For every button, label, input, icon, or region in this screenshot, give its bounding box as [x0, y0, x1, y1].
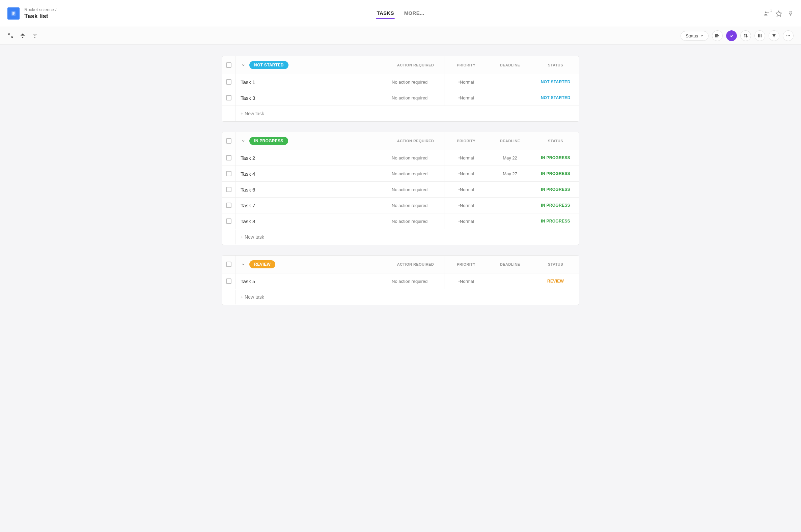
task-action-cell[interactable]: No action required	[387, 213, 444, 229]
tab-more[interactable]: MORE...	[403, 8, 425, 19]
task-checkbox[interactable]	[226, 95, 232, 100]
task-name-cell[interactable]: Task 8	[236, 213, 387, 229]
select-all-checkbox[interactable]	[226, 62, 232, 68]
layout-checklist-icon[interactable]	[726, 30, 737, 41]
task-status-cell[interactable]: REVIEW	[532, 273, 579, 289]
task-action-cell[interactable]: No action required	[387, 273, 444, 289]
task-status-cell[interactable]: IN PROGRESS	[532, 197, 579, 213]
column-header-status[interactable]: STATUS	[532, 56, 579, 74]
task-deadline-cell[interactable]	[488, 273, 532, 289]
pin-icon[interactable]	[787, 11, 794, 17]
new-task-button[interactable]: + New task	[236, 106, 579, 121]
task-priority-cell[interactable]: Normal	[444, 182, 488, 197]
task-status-cell[interactable]: NOT STARTED	[532, 74, 579, 90]
task-status-cell[interactable]: IN PROGRESS	[532, 150, 579, 166]
tab-tasks[interactable]: TASKS	[376, 8, 395, 19]
task-priority-cell[interactable]: Normal	[444, 90, 488, 106]
task-row[interactable]: Task 7 No action required Normal IN PROG…	[222, 197, 579, 213]
group-status-pill[interactable]: IN PROGRESS	[249, 137, 288, 145]
column-header-action[interactable]: ACTION REQUIRED	[387, 255, 444, 273]
task-deadline-cell[interactable]: May 22	[488, 150, 532, 166]
group-status-pill[interactable]: REVIEW	[249, 260, 275, 268]
task-status-cell[interactable]: IN PROGRESS	[532, 166, 579, 182]
task-checkbox[interactable]	[226, 218, 232, 224]
chevron-down-icon[interactable]	[240, 138, 246, 144]
star-icon[interactable]	[775, 10, 782, 17]
new-task-button[interactable]: + New task	[236, 230, 579, 244]
task-row[interactable]: Task 3 No action required Normal NOT STA…	[222, 90, 579, 106]
task-name-cell[interactable]: Task 4	[236, 166, 387, 182]
task-action-cell[interactable]: No action required	[387, 166, 444, 182]
columns-icon[interactable]	[754, 30, 765, 41]
column-header-deadline[interactable]: DEADLINE	[488, 132, 532, 150]
task-action-cell[interactable]: No action required	[387, 74, 444, 90]
column-header-action[interactable]: ACTION REQUIRED	[387, 132, 444, 150]
sort-icon[interactable]	[740, 30, 751, 41]
task-name-cell[interactable]: Task 3	[236, 90, 387, 106]
task-row[interactable]: Task 1 No action required Normal NOT STA…	[222, 74, 579, 90]
task-action-cell[interactable]: No action required	[387, 197, 444, 213]
task-deadline-cell[interactable]	[488, 182, 532, 197]
more-options-icon[interactable]	[783, 30, 794, 41]
expand-levels-icon[interactable]	[32, 33, 38, 39]
task-deadline-cell[interactable]	[488, 213, 532, 229]
task-deadline-cell[interactable]	[488, 74, 532, 90]
group-by-dropdown[interactable]: Status	[680, 31, 709, 41]
task-status-cell[interactable]: IN PROGRESS	[532, 182, 579, 197]
column-header-deadline[interactable]: DEADLINE	[488, 56, 532, 74]
task-status-cell[interactable]: IN PROGRESS	[532, 213, 579, 229]
column-header-status[interactable]: STATUS	[532, 255, 579, 273]
column-header-action[interactable]: ACTION REQUIRED	[387, 56, 444, 74]
task-checkbox[interactable]	[226, 203, 232, 208]
people-icon[interactable]: 1	[763, 10, 770, 17]
task-priority-cell[interactable]: Normal	[444, 74, 488, 90]
task-checkbox[interactable]	[226, 171, 232, 176]
task-row[interactable]: Task 4 No action required Normal May 27 …	[222, 166, 579, 182]
task-deadline-cell[interactable]: May 27	[488, 166, 532, 182]
svg-rect-17	[761, 34, 762, 37]
task-name-cell[interactable]: Task 2	[236, 150, 387, 166]
chevron-down-icon[interactable]	[240, 62, 246, 68]
task-checkbox[interactable]	[226, 79, 232, 84]
task-name-cell[interactable]: Task 5	[236, 273, 387, 289]
task-row[interactable]: Task 5 No action required Normal REVIEW	[222, 273, 579, 289]
task-name-cell[interactable]: Task 6	[236, 182, 387, 197]
task-name-cell[interactable]: Task 1	[236, 74, 387, 90]
task-checkbox[interactable]	[226, 279, 232, 284]
expand-icon[interactable]	[7, 33, 14, 39]
task-action-cell[interactable]: No action required	[387, 182, 444, 197]
select-all-checkbox[interactable]	[226, 262, 232, 267]
task-deadline-cell[interactable]	[488, 90, 532, 106]
svg-point-20	[789, 35, 790, 36]
task-action-cell[interactable]: No action required	[387, 90, 444, 106]
breadcrumb[interactable]: Rocket science /	[24, 7, 56, 12]
task-priority-cell[interactable]: Normal	[444, 273, 488, 289]
column-header-status[interactable]: STATUS	[532, 132, 579, 150]
task-checkbox[interactable]	[226, 187, 232, 192]
task-priority-cell[interactable]: Normal	[444, 166, 488, 182]
task-row[interactable]: Task 8 No action required Normal IN PROG…	[222, 213, 579, 229]
svg-point-18	[786, 35, 787, 36]
task-priority-cell[interactable]: Normal	[444, 213, 488, 229]
task-deadline-cell[interactable]	[488, 197, 532, 213]
task-priority-cell[interactable]: Normal	[444, 150, 488, 166]
task-status-cell[interactable]: NOT STARTED	[532, 90, 579, 106]
column-header-deadline[interactable]: DEADLINE	[488, 255, 532, 273]
task-checkbox[interactable]	[226, 155, 232, 160]
select-cell	[222, 197, 236, 213]
select-all-checkbox[interactable]	[226, 138, 232, 144]
task-action-cell[interactable]: No action required	[387, 150, 444, 166]
column-header-priority[interactable]: PRIORITY	[444, 56, 488, 74]
new-task-button[interactable]: + New task	[236, 290, 579, 304]
group-status-pill[interactable]: NOT STARTED	[249, 61, 289, 69]
collapse-levels-icon[interactable]	[20, 33, 26, 39]
chevron-down-icon[interactable]	[240, 262, 246, 267]
column-header-priority[interactable]: PRIORITY	[444, 132, 488, 150]
column-header-priority[interactable]: PRIORITY	[444, 255, 488, 273]
task-priority-cell[interactable]: Normal	[444, 197, 488, 213]
layout-gantt-icon[interactable]	[712, 30, 723, 41]
task-row[interactable]: Task 6 No action required Normal IN PROG…	[222, 182, 579, 197]
task-row[interactable]: Task 2 No action required Normal May 22 …	[222, 150, 579, 166]
task-name-cell[interactable]: Task 7	[236, 197, 387, 213]
filter-icon[interactable]	[769, 30, 779, 41]
